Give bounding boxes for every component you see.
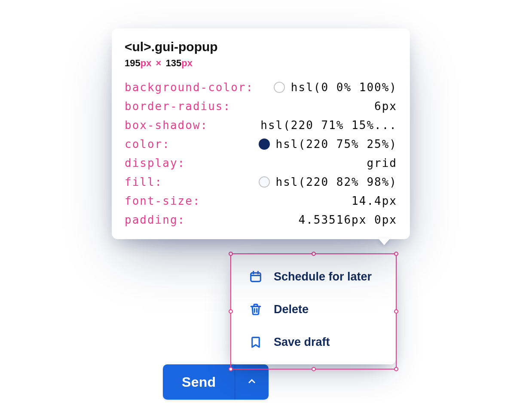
more-options-button[interactable] bbox=[235, 364, 269, 400]
style-property: box-shadow: bbox=[125, 119, 208, 132]
menu-item-schedule[interactable]: Schedule for later bbox=[231, 260, 396, 293]
selector-tag: <ul> bbox=[125, 40, 151, 54]
dim-unit: px bbox=[141, 58, 152, 68]
style-value-text: hsl(0 0% 100%) bbox=[291, 81, 397, 94]
resize-handle-icon bbox=[312, 367, 316, 371]
style-value-text: 4.53516px 0px bbox=[299, 213, 397, 226]
style-property: fill: bbox=[125, 176, 162, 188]
devtools-element-tooltip: <ul>.gui-popup 195px × 135px background-… bbox=[112, 28, 410, 239]
style-row: display:grid bbox=[125, 157, 397, 169]
times-icon: × bbox=[154, 58, 163, 68]
style-row: fill:hsl(220 82% 98%) bbox=[125, 176, 397, 188]
style-rows: background-color:hsl(0 0% 100%)border-ra… bbox=[125, 81, 397, 226]
selector-class: .gui-popup bbox=[151, 40, 218, 54]
style-value-text: 14.4px bbox=[352, 194, 397, 207]
inspected-dimensions: 195px × 135px bbox=[125, 58, 397, 69]
menu-item-save-draft[interactable]: Save draft bbox=[231, 326, 396, 358]
trash-icon bbox=[249, 302, 263, 316]
style-row: border-radius:6px bbox=[125, 100, 397, 113]
style-value-text: 6px bbox=[374, 100, 397, 113]
style-value: hsl(220 82% 98%) bbox=[259, 176, 397, 188]
dim-unit: px bbox=[181, 58, 193, 68]
style-value-text: hsl(220 75% 25%) bbox=[276, 138, 397, 151]
style-property: border-radius: bbox=[125, 100, 231, 113]
style-property: display: bbox=[125, 157, 185, 169]
resize-handle-icon bbox=[394, 367, 398, 371]
color-swatch-icon bbox=[259, 176, 270, 188]
style-row: font-size:14.4px bbox=[125, 194, 397, 207]
style-row: color:hsl(220 75% 25%) bbox=[125, 138, 397, 151]
color-swatch-icon bbox=[274, 82, 285, 93]
dim-height: 135 bbox=[166, 58, 182, 68]
calendar-icon bbox=[249, 270, 263, 283]
style-value-text: grid bbox=[367, 157, 397, 169]
style-value: 6px bbox=[374, 100, 397, 113]
gui-popup: Schedule for later Delete Save draft bbox=[231, 254, 396, 364]
style-value: hsl(220 71% 15%... bbox=[260, 119, 397, 132]
style-row: padding:4.53516px 0px bbox=[125, 213, 397, 226]
svg-rect-0 bbox=[251, 273, 261, 281]
style-value: hsl(220 75% 25%) bbox=[259, 138, 397, 151]
menu-item-label: Delete bbox=[274, 303, 309, 316]
menu-item-delete[interactable]: Delete bbox=[231, 293, 396, 326]
color-swatch-icon bbox=[259, 139, 270, 150]
style-value-text: hsl(220 71% 15%... bbox=[260, 119, 397, 132]
style-value-text: hsl(220 82% 98%) bbox=[276, 176, 397, 188]
style-row: background-color:hsl(0 0% 100%) bbox=[125, 81, 397, 94]
menu-item-label: Schedule for later bbox=[274, 270, 372, 283]
send-button[interactable]: Send bbox=[163, 364, 235, 400]
style-value: grid bbox=[367, 157, 397, 169]
chevron-up-icon bbox=[247, 376, 257, 388]
send-split-button: Send bbox=[163, 364, 269, 400]
style-value: hsl(0 0% 100%) bbox=[274, 81, 397, 94]
bookmark-icon bbox=[249, 335, 263, 349]
style-property: font-size: bbox=[125, 194, 201, 207]
style-property: color: bbox=[125, 138, 170, 151]
style-row: box-shadow:hsl(220 71% 15%... bbox=[125, 119, 397, 132]
style-value: 4.53516px 0px bbox=[299, 213, 397, 226]
style-property: padding: bbox=[125, 213, 185, 226]
dim-width: 195 bbox=[125, 58, 141, 68]
style-property: background-color: bbox=[125, 81, 254, 94]
menu-item-label: Save draft bbox=[274, 336, 330, 349]
style-value: 14.4px bbox=[352, 194, 397, 207]
inspected-selector: <ul>.gui-popup bbox=[125, 40, 397, 54]
resize-handle-icon bbox=[394, 252, 398, 256]
